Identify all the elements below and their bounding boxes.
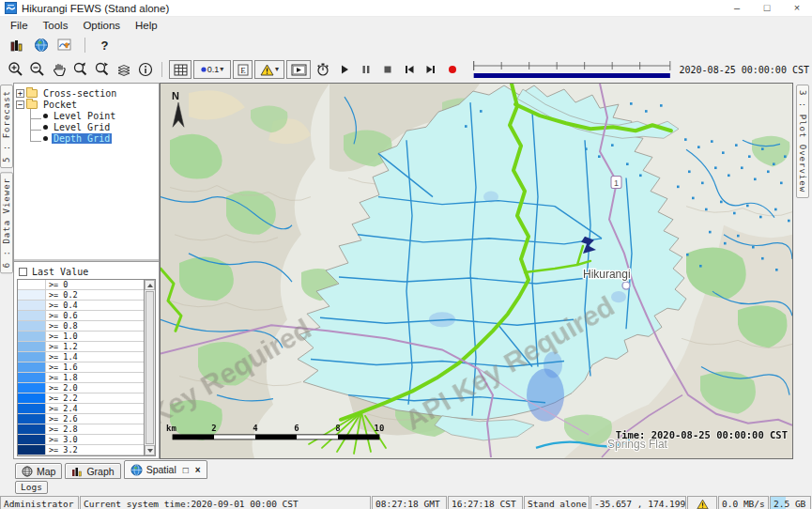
legend-row[interactable]: >= 2.8 (18, 424, 144, 435)
scroll-up-icon[interactable] (145, 280, 155, 290)
legend-value: >= 0 (46, 280, 144, 289)
tree-node-label[interactable]: Cross-section (41, 88, 118, 99)
tree-node-label-selected[interactable]: Depth Grid (52, 133, 112, 144)
toolbar-separator (84, 38, 85, 53)
status-user: Administrator (0, 496, 79, 509)
menu-options[interactable]: Options (75, 19, 128, 32)
menu-help[interactable]: Help (128, 19, 165, 32)
warning-threshold-dropdown[interactable]: ▾ (254, 60, 284, 79)
legend-scrollbar[interactable] (144, 280, 155, 455)
bar-chart-icon (71, 466, 83, 477)
tab-spatial-label: Spatial (146, 464, 176, 475)
legend-swatch (18, 373, 46, 382)
scrollbar-thumb[interactable] (146, 291, 154, 444)
legend-row[interactable]: >= 1.6 (18, 362, 144, 373)
legend-row[interactable]: >= 1.8 (18, 373, 144, 383)
legend-row[interactable]: >= 2.0 (18, 383, 144, 393)
legend-swatch (18, 280, 46, 289)
pause-button[interactable] (356, 60, 375, 79)
grid-display-button[interactable] (169, 60, 192, 79)
legend-value: >= 1.4 (46, 352, 144, 362)
tree-node-label[interactable]: Level Point (52, 111, 117, 121)
step-back-button[interactable] (399, 60, 419, 79)
scale-unit: km (166, 424, 176, 433)
legend-swatch (18, 362, 46, 372)
menu-file[interactable]: File (3, 19, 36, 32)
legend-row[interactable]: >= 3.0 (18, 435, 144, 445)
legend-row[interactable]: >= 1.2 (18, 342, 144, 352)
tree-node-depth-grid[interactable]: Depth Grid (16, 132, 157, 144)
maximize-button[interactable]: □ (752, 0, 782, 16)
close-button[interactable]: × (782, 0, 812, 16)
map-time-label: Time: 2020-08-25 00:00:00 CST (616, 429, 788, 440)
globe-map-icon[interactable] (31, 36, 51, 54)
last-value-checkbox[interactable] (19, 268, 27, 276)
legend-value: >= 0.4 (46, 301, 144, 310)
layers-panel: + Cross-section − Pocket Level Point (13, 83, 160, 459)
legend-row[interactable]: >= 1.4 (18, 352, 144, 362)
zoom-next-icon[interactable] (92, 60, 112, 79)
zoom-out-icon[interactable] (27, 60, 47, 79)
explorer-bars-icon[interactable] (7, 36, 26, 54)
expand-icon[interactable]: + (16, 89, 24, 98)
tab-forecast[interactable]: 5 : Forecast (0, 85, 13, 168)
replay-gauge-icon[interactable] (313, 60, 332, 79)
logs-button[interactable]: Logs (15, 481, 48, 494)
menu-tools[interactable]: Tools (36, 19, 76, 32)
record-button[interactable] (442, 60, 462, 79)
legend-row[interactable]: >= 1.0 (18, 332, 144, 342)
legend-row[interactable]: >= 0.2 (18, 290, 144, 301)
legend-row[interactable]: >= 0.8 (18, 321, 144, 332)
tab-graph[interactable]: Graph (65, 463, 120, 479)
panel-close-icon[interactable]: × (195, 465, 201, 475)
tree-node-label[interactable]: Level Grid (52, 122, 112, 132)
pan-hand-icon[interactable] (49, 60, 69, 79)
time-slider[interactable] (471, 58, 673, 81)
legend-swatch (18, 290, 46, 300)
scroll-down-icon[interactable] (145, 445, 155, 455)
map-canvas[interactable]: 1 (161, 84, 792, 458)
info-icon[interactable] (135, 60, 155, 79)
collapse-icon[interactable]: − (16, 100, 24, 109)
timeseries-dialog-icon[interactable] (55, 36, 75, 54)
step-forward-button[interactable] (421, 60, 440, 79)
legend-value: >= 1.8 (46, 373, 144, 382)
stop-button[interactable] (377, 60, 397, 79)
folder-icon (26, 89, 38, 98)
animation-button[interactable] (286, 60, 311, 79)
layers-icon[interactable] (114, 60, 133, 79)
play-button[interactable] (334, 60, 354, 79)
tab-map[interactable]: Map (15, 463, 62, 479)
tab-spatial[interactable]: Spatial □ × (124, 460, 207, 479)
legend-row[interactable]: >= 3.2 (18, 445, 144, 455)
tree-node-label[interactable]: Pocket (41, 100, 79, 110)
svg-text:E: E (240, 66, 246, 75)
tree-node-pocket[interactable]: − Pocket (16, 99, 157, 110)
panel-restore-icon[interactable]: □ (183, 465, 189, 475)
minimize-button[interactable]: – (722, 0, 752, 16)
legend-checkbox-label: Last Value (32, 267, 88, 277)
tab-plot-overview[interactable]: 3 : Plot Overview (796, 85, 809, 198)
zoom-previous-icon[interactable] (70, 60, 90, 79)
legend-row[interactable]: >= 0.6 (18, 311, 144, 321)
legend-row[interactable]: >= 2.4 (18, 404, 144, 414)
legend-row[interactable]: >= 0 (18, 280, 144, 290)
status-warning[interactable] (687, 496, 717, 509)
help-button[interactable]: ? (95, 36, 115, 54)
status-memory[interactable]: 2.5 GB (770, 496, 811, 509)
legend-row[interactable]: >= 2.2 (18, 393, 144, 404)
tree-node-cross-section[interactable]: + Cross-section (16, 87, 157, 99)
globe-icon (130, 464, 143, 476)
legend-row[interactable]: >= 0.4 (18, 301, 144, 311)
town-symbol (622, 282, 630, 289)
legend-row[interactable]: >= 2.6 (18, 414, 144, 424)
title-bar: Hikurangi FEWS (Stand alone) – □ × (0, 0, 812, 17)
legend-swatch (18, 321, 46, 331)
map-viewport[interactable]: 1 (160, 83, 793, 459)
menu-bar: File Tools Options Help (0, 17, 812, 34)
legend-value: >= 2.8 (46, 424, 144, 434)
label-toggle-button[interactable]: E (233, 60, 253, 79)
tab-data-viewer[interactable]: 6 : Data Viewer (0, 172, 13, 273)
class-break-dropdown[interactable]: 0.1 ▾ (193, 60, 231, 79)
zoom-in-icon[interactable] (6, 60, 25, 79)
